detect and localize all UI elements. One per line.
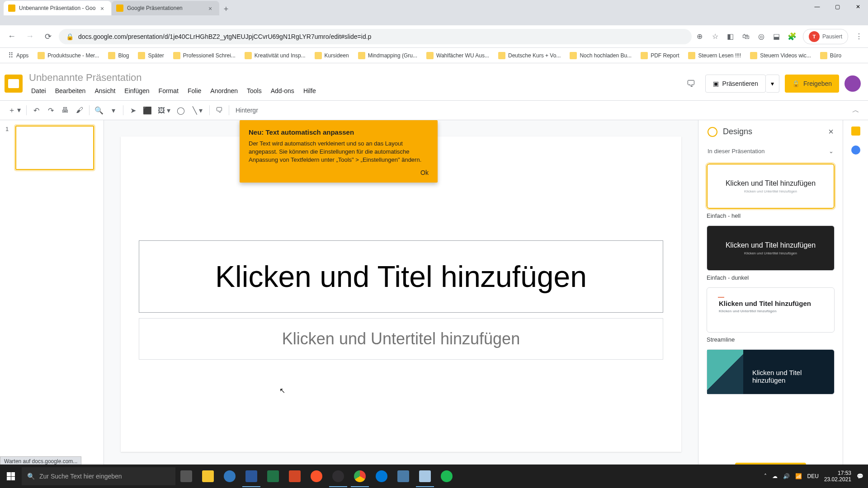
- image-tool[interactable]: 🖼 ▾: [155, 103, 173, 117]
- reload-button[interactable]: ⟳: [41, 29, 55, 44]
- bookmark-item[interactable]: Später: [134, 50, 167, 61]
- slide-thumbnail[interactable]: [15, 126, 94, 170]
- menu-insert[interactable]: Einfügen: [120, 85, 153, 96]
- title-placeholder[interactable]: Klicken und Titel hinzufügen: [139, 240, 663, 313]
- spotify-icon[interactable]: [436, 465, 458, 487]
- bookmark-item[interactable]: Kreativität und Insp...: [241, 50, 309, 61]
- menu-view[interactable]: Ansicht: [90, 85, 119, 96]
- present-dropdown[interactable]: ▾: [766, 75, 779, 93]
- tasks-icon[interactable]: [851, 145, 860, 155]
- subtitle-placeholder[interactable]: Klicken und Untertitel hinzufügen: [139, 318, 663, 360]
- menu-addons[interactable]: Add-ons: [267, 85, 298, 96]
- browser-tab-active[interactable]: Unbenannte Präsentation - Goo ×: [4, 1, 111, 15]
- designs-section-toggle[interactable]: In dieser Präsentation ⌄: [698, 143, 843, 159]
- bookmark-item[interactable]: Steuern Videos wic...: [746, 50, 815, 61]
- browser-tab[interactable]: Google Präsentationen ×: [112, 1, 219, 15]
- zoom-button[interactable]: 🔍: [92, 103, 106, 117]
- theme-card-light[interactable]: Klicken und Titel hinzufügen Klicken und…: [707, 164, 835, 209]
- chrome-icon[interactable]: [349, 465, 371, 487]
- powerpoint-icon[interactable]: [284, 465, 306, 487]
- account-avatar[interactable]: [844, 75, 861, 92]
- language-indicator[interactable]: DEU: [807, 473, 819, 479]
- menu-edit[interactable]: Bearbeiten: [51, 85, 90, 96]
- wifi-icon[interactable]: 📶: [795, 473, 802, 479]
- bookmark-item[interactable]: Mindmapping (Gru...: [354, 50, 421, 61]
- slides-logo[interactable]: [5, 75, 23, 93]
- collapse-toolbar-icon[interactable]: ︿: [849, 103, 863, 117]
- onedrive-icon[interactable]: ☁: [772, 473, 778, 479]
- new-tab-button[interactable]: +: [220, 3, 232, 15]
- zoom-dropdown[interactable]: ▾: [107, 103, 120, 117]
- edge-legacy-icon[interactable]: [219, 465, 241, 487]
- undo-button[interactable]: ↶: [29, 103, 43, 117]
- new-slide-button[interactable]: ＋ ▾: [5, 103, 24, 117]
- shape-tool[interactable]: ◯: [174, 103, 188, 117]
- clock[interactable]: 17:53 23.02.2021: [824, 470, 851, 483]
- bookmark-item[interactable]: Produktsuche - Mer...: [34, 50, 103, 61]
- theme-card-dark[interactable]: Klicken und Titel hinzufügen Klicken und…: [707, 225, 835, 271]
- star-icon[interactable]: ☆: [711, 32, 720, 41]
- excel-icon[interactable]: [262, 465, 284, 487]
- bookmark-item[interactable]: Blog: [104, 50, 132, 61]
- share-button[interactable]: 🔒 Freigeben: [785, 75, 839, 93]
- bookmark-item[interactable]: Büro: [816, 50, 845, 61]
- comments-button[interactable]: 🗨: [682, 75, 700, 93]
- kebab-menu-icon[interactable]: ⋮: [854, 32, 863, 41]
- bookmark-item[interactable]: Kursideen: [311, 50, 353, 61]
- bookmark-item[interactable]: Professionell Schrei...: [170, 50, 239, 61]
- theme-card-accent[interactable]: Klicken und Titel hinzufügen: [707, 349, 835, 394]
- bookmark-item[interactable]: Wahlfächer WU Aus...: [423, 50, 493, 61]
- textbox-tool[interactable]: ⬛: [141, 103, 154, 117]
- obs-icon[interactable]: [327, 465, 349, 487]
- word-icon[interactable]: [241, 465, 262, 487]
- close-tab-icon[interactable]: ×: [208, 5, 215, 11]
- apps-shortcut[interactable]: ⠿Apps: [5, 49, 32, 61]
- forward-button[interactable]: →: [23, 29, 37, 44]
- tray-expand-icon[interactable]: ˄: [764, 473, 767, 479]
- brave-icon[interactable]: [306, 465, 327, 487]
- present-button[interactable]: ▣ Präsentieren: [705, 75, 766, 93]
- select-tool[interactable]: ➤: [126, 103, 140, 117]
- maximize-button[interactable]: ▢: [827, 0, 848, 14]
- bookmark-item[interactable]: Deutsche Kurs + Vo...: [495, 50, 564, 61]
- extension-icon[interactable]: ◎: [757, 32, 766, 41]
- edge-icon[interactable]: [371, 465, 392, 487]
- menu-file[interactable]: Datei: [27, 85, 50, 96]
- comment-tool[interactable]: 🗨: [212, 103, 226, 117]
- close-window-button[interactable]: ✕: [848, 0, 868, 14]
- minimize-button[interactable]: —: [807, 0, 827, 14]
- close-tab-icon[interactable]: ×: [100, 5, 107, 11]
- extension-icon[interactable]: ⬓: [772, 32, 781, 41]
- zoom-icon[interactable]: ⊕: [695, 32, 704, 41]
- slide-canvas[interactable]: Klicken und Titel hinzufügen Klicken und…: [121, 136, 681, 452]
- bookmark-item[interactable]: PDF Report: [637, 50, 683, 61]
- print-button[interactable]: 🖶: [58, 103, 72, 117]
- menu-tools[interactable]: Tools: [243, 85, 266, 96]
- app-icon[interactable]: [392, 465, 414, 487]
- document-title[interactable]: Unbenannte Präsentation: [27, 71, 320, 84]
- redo-button[interactable]: ↷: [44, 103, 57, 117]
- profile-paused-pill[interactable]: T Pausiert: [803, 29, 848, 44]
- bookmark-item[interactable]: Noch hochladen Bu...: [566, 50, 635, 61]
- extension-icon[interactable]: 🛍: [741, 32, 750, 41]
- explorer-icon[interactable]: [197, 465, 219, 487]
- callout-ok-button[interactable]: Ok: [249, 169, 429, 176]
- back-button[interactable]: ←: [5, 29, 19, 44]
- notifications-icon[interactable]: 💬: [857, 473, 863, 479]
- menu-format[interactable]: Format: [155, 85, 183, 96]
- menu-help[interactable]: Hilfe: [299, 85, 320, 96]
- paint-format-button[interactable]: 🖌: [73, 103, 86, 117]
- close-panel-icon[interactable]: ×: [828, 127, 834, 137]
- line-tool[interactable]: ╲ ▾: [189, 103, 207, 117]
- notepad-icon[interactable]: [414, 465, 436, 487]
- start-button[interactable]: [0, 465, 22, 487]
- extensions-puzzle-icon[interactable]: 🧩: [788, 32, 797, 41]
- extension-icon[interactable]: ◧: [726, 32, 735, 41]
- keep-icon[interactable]: [851, 127, 860, 136]
- address-bar[interactable]: 🔒 docs.google.com/presentation/d/1je40CL…: [59, 29, 692, 44]
- task-view-icon[interactable]: [175, 465, 197, 487]
- background-button[interactable]: Hintergr: [232, 107, 262, 114]
- theme-card-streamline[interactable]: Klicken und Titel hinzufügen Klicken und…: [707, 287, 835, 333]
- volume-icon[interactable]: 🔊: [783, 473, 790, 479]
- taskbar-search[interactable]: 🔍 Zur Suche Text hier eingeben: [22, 467, 175, 485]
